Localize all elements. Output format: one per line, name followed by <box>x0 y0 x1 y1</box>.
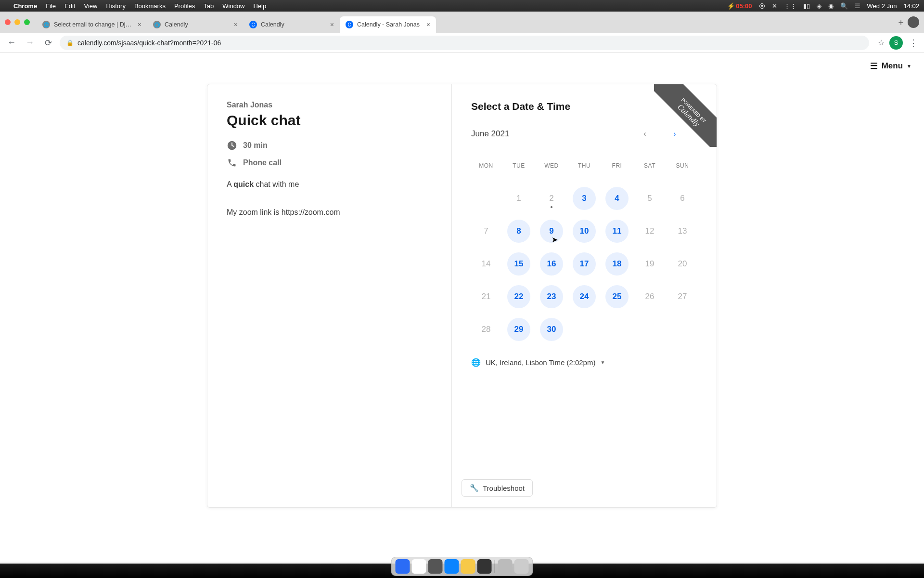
menubar-time[interactable]: 14:02 <box>903 2 919 10</box>
forward-button[interactable]: → <box>23 38 37 48</box>
tab-close-button[interactable]: × <box>426 21 430 28</box>
status-icon-2[interactable]: ✕ <box>772 2 777 10</box>
macos-dock <box>391 557 533 576</box>
fullscreen-window-button[interactable] <box>24 19 30 25</box>
address-bar[interactable]: 🔒 calendly.com/sjsaas/quick-chat?month=2… <box>60 36 869 50</box>
calendar-day-available[interactable]: 15 <box>507 252 530 276</box>
browser-tab[interactable]: CCalendly - Sarah Jonas× <box>340 16 436 33</box>
event-title: Quick chat <box>227 112 432 129</box>
menu-window[interactable]: Window <box>222 2 244 10</box>
timezone-selector[interactable]: 🌐 UK, Ireland, Lisbon Time (2:02pm) ▼ <box>471 358 697 367</box>
calendar-day-available[interactable]: 25 <box>605 285 629 308</box>
new-tab-button[interactable]: ＋ <box>894 15 908 29</box>
menu-history[interactable]: History <box>106 2 125 10</box>
tab-close-button[interactable]: × <box>330 21 334 28</box>
globe-favicon: 🌐 <box>153 21 161 28</box>
calendar-day-available[interactable]: 18 <box>605 252 629 276</box>
menu-label: Menu <box>882 61 903 71</box>
powered-by-ribbon[interactable]: POWERED BY Calendly <box>654 84 717 147</box>
calendar-day-available[interactable]: 23 <box>540 285 563 308</box>
chrome-menu-button[interactable]: ⋮ <box>908 38 919 48</box>
calendar-day-available[interactable]: 16 <box>540 252 563 276</box>
browser-tab[interactable]: CCalendly× <box>244 16 340 33</box>
menubar-app-name[interactable]: Chrome <box>13 2 37 10</box>
calendar-day-available[interactable]: 29 <box>507 318 530 341</box>
calendly-menu-button[interactable]: ☰ Menu ▼ <box>870 61 911 71</box>
hamburger-icon: ☰ <box>870 61 878 71</box>
troubleshoot-label: Troubleshoot <box>483 484 525 492</box>
reload-button[interactable]: ⟳ <box>41 38 55 48</box>
event-details-pane: Sarah Jonas Quick chat 30 min Phone call… <box>207 84 452 507</box>
battery-icon[interactable]: ▮▯ <box>803 2 810 10</box>
calendar-day-available[interactable]: 8 <box>507 220 530 243</box>
user-icon[interactable]: ◉ <box>828 2 834 10</box>
wrench-icon: 🔧 <box>470 484 479 492</box>
menu-bookmarks[interactable]: Bookmarks <box>134 2 166 10</box>
menu-help[interactable]: Help <box>254 2 267 10</box>
menu-file[interactable]: File <box>46 2 56 10</box>
page-content: ☰ Menu ▼ Sarah Jonas Quick chat 30 min P… <box>0 53 924 562</box>
tab-close-button[interactable]: × <box>234 21 238 28</box>
dock-chrome[interactable] <box>412 559 426 574</box>
lock-icon: 🔒 <box>66 39 74 46</box>
booking-card: Sarah Jonas Quick chat 30 min Phone call… <box>207 84 717 508</box>
wifi-icon[interactable]: ◈ <box>817 2 821 10</box>
dock-app-6[interactable] <box>498 559 513 574</box>
caret-down-icon: ▼ <box>907 64 911 69</box>
calendar-day-available[interactable]: 3 <box>573 187 596 210</box>
tab-title: Calendly <box>165 21 230 28</box>
battery-indicator[interactable]: ⚡05:00 <box>727 2 752 10</box>
minimize-window-button[interactable] <box>14 19 20 25</box>
profile-indicator[interactable] <box>908 16 919 28</box>
dock-trash[interactable] <box>514 559 529 574</box>
menu-profiles[interactable]: Profiles <box>174 2 195 10</box>
calendar-day-available[interactable]: 24 <box>573 285 596 308</box>
calendar-day-available[interactable]: 4 <box>605 187 629 210</box>
close-window-button[interactable] <box>5 19 11 25</box>
dock-terminal[interactable] <box>477 559 492 574</box>
prev-month-button[interactable]: ‹ <box>637 126 653 142</box>
duration-row: 30 min <box>227 140 432 151</box>
dock-separator <box>495 560 495 573</box>
chrome-toolbar: ← → ⟳ 🔒 calendly.com/sjsaas/quick-chat?m… <box>0 33 924 53</box>
clock-icon <box>227 140 237 151</box>
calendar-day-available[interactable]: 10 <box>573 220 596 243</box>
troubleshoot-button[interactable]: 🔧 Troubleshoot <box>462 479 533 497</box>
calendar-day-disabled: 21 <box>475 285 498 308</box>
calendar-day-disabled: 14 <box>475 252 498 276</box>
menu-view[interactable]: View <box>84 2 97 10</box>
url-text: calendly.com/sjsaas/quick-chat?month=202… <box>77 39 221 47</box>
calendar-day-available[interactable]: 30 <box>540 318 563 341</box>
menu-edit[interactable]: Edit <box>64 2 75 10</box>
menubar-date[interactable]: Wed 2 Jun <box>867 2 897 10</box>
status-icon-3[interactable]: ⋮⋮ <box>784 2 796 10</box>
dock-app-4[interactable] <box>445 559 459 574</box>
calendar-day-available[interactable]: 11 <box>605 220 629 243</box>
browser-tab[interactable]: 🌐Select email to change | Django× <box>37 16 147 33</box>
timezone-label: UK, Ireland, Lisbon Time (2:02pm) <box>486 358 595 367</box>
dock-app-3[interactable] <box>428 559 443 574</box>
dock-app-5[interactable] <box>461 559 475 574</box>
tab-close-button[interactable]: × <box>138 21 141 28</box>
spotlight-icon[interactable]: 🔍 <box>840 2 848 10</box>
status-icon-1[interactable]: ⦿ <box>759 2 765 10</box>
globe-favicon: 🌐 <box>42 21 50 28</box>
browser-tab[interactable]: 🌐Calendly× <box>147 16 244 33</box>
bookmark-star-icon[interactable]: ☆ <box>878 38 885 47</box>
back-button[interactable]: ← <box>5 38 18 48</box>
calendar-day-disabled: 26 <box>638 285 661 308</box>
calendar-day-available[interactable]: 9 <box>540 220 563 243</box>
calendar-day-disabled: 1 <box>507 187 530 210</box>
calendar-day-disabled: 5 <box>638 187 661 210</box>
day-of-week-header: FRI <box>602 151 632 181</box>
calendar-day-disabled: 13 <box>671 220 694 243</box>
chrome-profile-avatar[interactable]: S <box>889 36 903 50</box>
dock-finder[interactable] <box>396 559 410 574</box>
duration-text: 30 min <box>243 141 268 150</box>
calendar-day-available[interactable]: 22 <box>507 285 530 308</box>
globe-icon: 🌐 <box>471 358 481 367</box>
day-of-week-header: MON <box>471 151 501 181</box>
control-center-icon[interactable]: ☰ <box>855 2 860 10</box>
calendar-day-available[interactable]: 17 <box>573 252 596 276</box>
menu-tab[interactable]: Tab <box>204 2 214 10</box>
